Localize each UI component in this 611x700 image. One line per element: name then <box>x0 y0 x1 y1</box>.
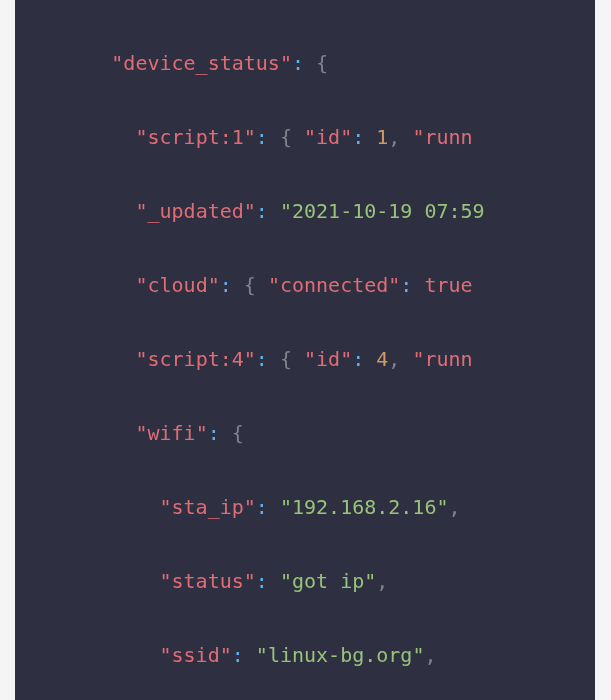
code-line: "script:1": { "id": 1, "runn <box>15 119 595 156</box>
brace: { <box>280 125 292 149</box>
json-key: "sta_ip" <box>160 495 256 519</box>
colon: : <box>256 347 268 371</box>
code-line: "ssid": "linux-bg.org", <box>15 637 595 674</box>
json-key: "script:4" <box>135 347 255 371</box>
json-key: "id" <box>304 125 352 149</box>
colon: : <box>292 51 304 75</box>
colon: : <box>256 125 268 149</box>
colon: : <box>256 495 268 519</box>
brace: { <box>280 347 292 371</box>
code-editor: "device_status": { "script:1": { "id": 1… <box>15 0 595 700</box>
colon: : <box>352 347 364 371</box>
code-line: "wifi": { <box>15 415 595 452</box>
colon: : <box>232 643 244 667</box>
json-key: "connected" <box>268 273 400 297</box>
code-line: "cloud": { "connected": true <box>15 267 595 304</box>
json-string: "got ip" <box>280 569 376 593</box>
json-key: "id" <box>304 347 352 371</box>
json-string: "192.168.2.16" <box>280 495 449 519</box>
json-string: "2021-10-19 07:59 <box>280 199 485 223</box>
code-line: "script:4": { "id": 4, "runn <box>15 341 595 378</box>
brace: { <box>316 51 328 75</box>
code-line: "_updated": "2021-10-19 07:59 <box>15 193 595 230</box>
json-number: 1 <box>376 125 388 149</box>
colon: : <box>220 273 232 297</box>
json-key: "status" <box>160 569 256 593</box>
colon: : <box>256 569 268 593</box>
colon: : <box>352 125 364 149</box>
code-line: "device_status": { <box>15 45 595 82</box>
colon: : <box>256 199 268 223</box>
json-key: "script:1" <box>135 125 255 149</box>
comma: , <box>388 347 400 371</box>
comma: , <box>424 643 436 667</box>
json-bool: true <box>424 273 472 297</box>
json-key: "wifi" <box>135 421 207 445</box>
json-number: 4 <box>376 347 388 371</box>
json-key: "runn <box>412 347 472 371</box>
code-line: "sta_ip": "192.168.2.16", <box>15 489 595 526</box>
comma: , <box>388 125 400 149</box>
json-string: "linux-bg.org" <box>256 643 425 667</box>
brace: { <box>232 421 244 445</box>
comma: , <box>449 495 461 519</box>
comma: , <box>376 569 388 593</box>
json-key: "cloud" <box>135 273 219 297</box>
json-key: "device_status" <box>111 51 292 75</box>
brace: { <box>244 273 256 297</box>
json-key: "runn <box>412 125 472 149</box>
colon: : <box>208 421 220 445</box>
code-line: "status": "got ip", <box>15 563 595 600</box>
json-key: "_updated" <box>135 199 255 223</box>
json-key: "ssid" <box>160 643 232 667</box>
colon: : <box>400 273 412 297</box>
